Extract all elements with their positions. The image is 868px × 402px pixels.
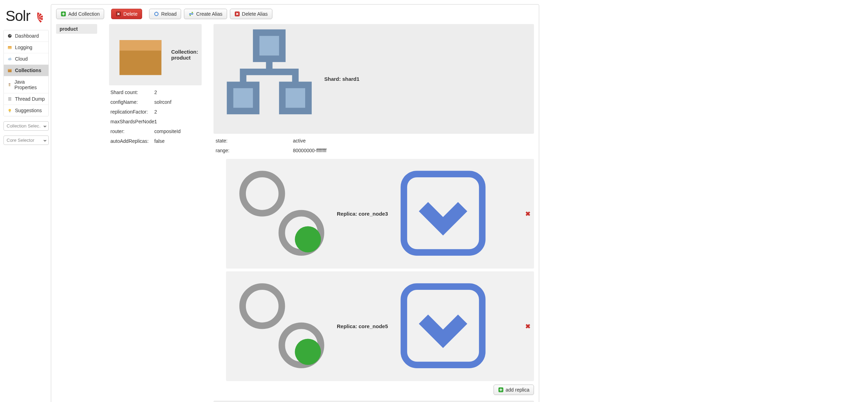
- box-icon: [113, 26, 169, 83]
- collection-prop-value: false: [154, 138, 165, 144]
- toolbar: Add Collection Delete Reload Create Alia…: [56, 9, 534, 19]
- sidebar-item-label: Thread Dump: [15, 96, 45, 102]
- replica-name: core_node3: [359, 211, 388, 217]
- collection-prop-key: autoAddReplicas:: [110, 138, 154, 144]
- expand-icon[interactable]: [391, 161, 495, 266]
- collection-prop-key: configName:: [110, 99, 154, 105]
- sidebar-item-label: Logging: [15, 45, 32, 50]
- collection-prop-key: Shard count:: [110, 90, 154, 95]
- sidebar-item-label: Dashboard: [15, 33, 39, 39]
- reload-label: Reload: [161, 11, 177, 17]
- plus-icon: [61, 11, 66, 17]
- delete-button[interactable]: Delete: [111, 9, 142, 19]
- replica-row[interactable]: Replica: core_node3 ✖: [226, 159, 534, 269]
- replica-icon: [230, 161, 334, 266]
- cloud-icon: [7, 56, 12, 61]
- sidebar-item-label: Collections: [15, 68, 41, 73]
- delete-replica-button[interactable]: ✖: [525, 211, 530, 217]
- collection-prop-value: compositeId: [154, 129, 180, 134]
- stack-icon: [7, 96, 12, 101]
- add-collection-button[interactable]: Add Collection: [56, 9, 104, 19]
- solr-logo: Solr: [3, 4, 49, 30]
- sidebar-item-thread-dump[interactable]: Thread Dump: [4, 93, 48, 105]
- collection-prop-key: replicationFactor:: [110, 109, 154, 115]
- shard-range-label: range:: [216, 148, 293, 153]
- delete-alias-icon: [234, 11, 240, 17]
- shard-heading-prefix: Shard:: [324, 76, 342, 82]
- reload-icon: [154, 11, 159, 17]
- collection-prop-value: 2: [154, 90, 157, 95]
- sidebar-item-collections[interactable]: Collections: [4, 65, 48, 76]
- delete-replica-button[interactable]: ✖: [525, 323, 530, 330]
- replica-row[interactable]: Replica: core_node5 ✖: [226, 271, 534, 381]
- create-alias-label: Create Alias: [196, 11, 222, 17]
- collection-heading-prefix: Collection:: [171, 49, 199, 55]
- shard-icon: [217, 26, 321, 132]
- alias-icon: [188, 11, 194, 17]
- shard-state-label: state:: [216, 138, 293, 144]
- expand-icon[interactable]: [391, 273, 495, 379]
- sidebar-item-logging[interactable]: Logging: [4, 42, 48, 53]
- solr-rays-icon: [31, 12, 44, 24]
- inbox-icon: [7, 45, 12, 50]
- shard-heading[interactable]: Shard: shard2: [214, 401, 534, 402]
- replica-prefix: Replica:: [337, 211, 359, 217]
- sidebar-item-label: Java Properties: [15, 79, 45, 90]
- gauge-icon: [7, 33, 12, 38]
- collection-prop-key: maxShardsPerNode:: [110, 119, 154, 124]
- add-replica-button[interactable]: add replica: [494, 385, 534, 395]
- shard-range-value: 80000000-ffffffff: [293, 148, 326, 153]
- collections-list-item[interactable]: product: [56, 24, 97, 34]
- sidebar-item-cloud[interactable]: Cloud: [4, 53, 48, 65]
- create-alias-button[interactable]: Create Alias: [184, 9, 227, 19]
- reload-button[interactable]: Reload: [149, 9, 181, 19]
- jar-icon: [7, 82, 12, 87]
- shard-state-value: active: [293, 138, 306, 144]
- bulb-icon: [7, 108, 12, 113]
- sidebar-item-label: Suggestions: [15, 108, 42, 113]
- add-replica-label: add replica: [506, 387, 530, 393]
- collection-prop-value: solrconf: [154, 99, 171, 105]
- collection-props: Shard count:2configName:solrconfreplicat…: [109, 85, 202, 146]
- sidebar-item-label: Cloud: [15, 56, 28, 62]
- collection-name: product: [171, 55, 191, 61]
- sidebar-item-dashboard[interactable]: Dashboard: [4, 30, 48, 42]
- collection-prop-value: 1: [154, 119, 157, 124]
- replica-name: core_node5: [359, 323, 388, 329]
- collections-list: product: [56, 24, 97, 402]
- delete-alias-button[interactable]: Delete Alias: [230, 9, 272, 19]
- box-icon: [7, 68, 12, 73]
- delete-icon: [116, 11, 121, 17]
- sidebar-item-java-properties[interactable]: Java Properties: [4, 76, 48, 93]
- collection-prop-key: router:: [110, 129, 154, 134]
- replica-icon: [230, 273, 334, 379]
- delete-alias-label: Delete Alias: [242, 11, 268, 17]
- plus-icon: [498, 387, 504, 393]
- shard-heading[interactable]: Shard: shard1: [214, 24, 534, 134]
- core-selector[interactable]: Core Selector: [3, 136, 49, 145]
- collection-selector[interactable]: Collection Selec…: [3, 121, 49, 131]
- collection-prop-value: 2: [154, 109, 157, 115]
- side-nav: DashboardLoggingCloudCollectionsJava Pro…: [3, 30, 49, 116]
- replica-prefix: Replica:: [337, 323, 359, 329]
- shards-column: Shard: shard1 state:active range:8000000…: [214, 24, 534, 402]
- collection-heading: Collection: product: [109, 24, 202, 85]
- shard-name: shard1: [342, 76, 359, 82]
- sidebar-item-suggestions[interactable]: Suggestions: [4, 105, 48, 116]
- add-collection-label: Add Collection: [68, 11, 100, 17]
- delete-label: Delete: [123, 11, 137, 17]
- logo-text: Solr: [6, 8, 30, 24]
